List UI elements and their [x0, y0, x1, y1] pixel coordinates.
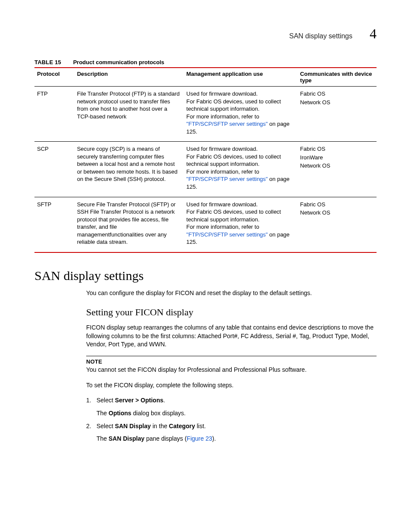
step-number: 2.: [86, 422, 97, 431]
cell-devices: Fabric OS Network OS: [298, 87, 377, 142]
table-title: Product communication protocols: [73, 59, 165, 65]
device-type: Network OS: [300, 209, 374, 217]
protocols-table: Protocol Description Management applicat…: [34, 67, 377, 253]
section-intro: You can configure the display for FICON …: [86, 289, 377, 298]
steps-list: 1. Select Server > Options. The Options …: [86, 396, 377, 443]
use-line: Used for firmware download.: [187, 145, 295, 153]
step-item: 2. Select SAN Display in the Category li…: [86, 422, 377, 431]
note-text: You cannot set the FICON display for Pro…: [86, 366, 377, 374]
device-type: IronWare: [300, 154, 374, 162]
use-line: Used for firmware download.: [187, 201, 295, 208]
table-caption: TABLE 15 Product communication protocols: [34, 59, 377, 65]
cell-protocol: FTP: [34, 87, 75, 142]
cell-devices: Fabric OS Network OS: [298, 197, 377, 252]
device-type: Fabric OS: [300, 145, 374, 153]
cell-use: Used for firmware download. For Fabric O…: [184, 142, 298, 197]
device-type: Fabric OS: [300, 90, 374, 98]
th-use: Management application use: [184, 68, 298, 87]
use-line: For more information, refer to "FTP/SCP/…: [187, 223, 295, 246]
settings-link[interactable]: "FTP/SCP/SFTP server settings": [187, 231, 268, 238]
table-header-row: Protocol Description Management applicat…: [34, 68, 377, 87]
page-header: SAN display settings 4: [34, 26, 377, 42]
th-protocol: Protocol: [34, 68, 75, 87]
th-communicates: Communicates with device type: [298, 68, 377, 87]
note-label: NOTE: [86, 358, 377, 366]
table-row: SCP Secure copy (SCP) is a means of secu…: [34, 142, 377, 197]
cell-use: Used for firmware download. For Fabric O…: [184, 87, 298, 142]
step-number: 1.: [86, 396, 97, 405]
section-heading: SAN display settings: [34, 268, 377, 283]
use-line: For more information, refer to "FTP/SCP/…: [187, 168, 295, 191]
step-result: The SAN Display pane displays (Figure 23…: [97, 435, 377, 443]
use-line: For Fabric OS devices, used to collect t…: [187, 208, 295, 223]
device-type: Network OS: [300, 162, 374, 170]
settings-link[interactable]: "FTP/SCP/SFTP server settings": [187, 176, 268, 182]
cell-description: Secure File Transfer Protocol (SFTP) or …: [75, 197, 184, 252]
subsection-heading: Setting your FICON display: [86, 306, 377, 319]
chapter-number: 4: [370, 26, 377, 42]
use-line: Used for firmware download.: [187, 90, 295, 98]
cell-devices: Fabric OS IronWare Network OS: [298, 142, 377, 197]
use-line: For Fabric OS devices, used to collect t…: [187, 153, 295, 168]
table-row: FTP File Transfer Protocol (FTP) is a st…: [34, 87, 377, 142]
paragraph: FICON display setup rearranges the colum…: [86, 324, 377, 349]
steps-intro: To set the FICON display, complete the f…: [86, 381, 377, 390]
table-label: TABLE 15: [34, 59, 61, 65]
device-type: Fabric OS: [300, 201, 374, 208]
step-body: Select Server > Options.: [97, 396, 377, 405]
figure-link[interactable]: Figure 23: [187, 435, 212, 442]
header-title: SAN display settings: [289, 32, 352, 40]
cell-description: File Transfer Protocol (FTP) is a standa…: [75, 87, 184, 142]
table-row: SFTP Secure File Transfer Protocol (SFTP…: [34, 197, 377, 252]
use-line: For Fabric OS devices, used to collect t…: [187, 98, 295, 113]
cell-protocol: SCP: [34, 142, 75, 197]
step-item: 1. Select Server > Options.: [86, 396, 377, 405]
cell-protocol: SFTP: [34, 197, 75, 252]
note-block: NOTE You cannot set the FICON display fo…: [86, 356, 377, 374]
cell-description: Secure copy (SCP) is a means of securely…: [75, 142, 184, 197]
step-body: Select SAN Display in the Category list.: [97, 422, 377, 431]
th-description: Description: [75, 68, 184, 87]
step-result: The Options dialog box displays.: [97, 409, 377, 418]
cell-use: Used for firmware download. For Fabric O…: [184, 197, 298, 252]
settings-link[interactable]: "FTP/SCP/SFTP server settings": [187, 121, 268, 127]
device-type: Network OS: [300, 99, 374, 106]
use-line: For more information, refer to "FTP/SCP/…: [187, 113, 295, 136]
